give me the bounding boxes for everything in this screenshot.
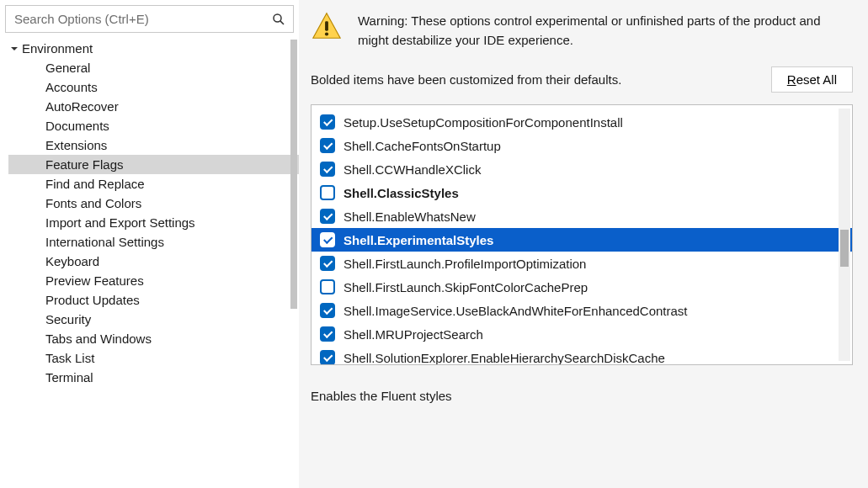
flags-scrollbar[interactable] — [839, 109, 850, 361]
flag-checkbox[interactable] — [320, 162, 335, 177]
flag-checkbox[interactable] — [320, 279, 335, 294]
flag-row[interactable]: Shell.FirstLaunch.SkipFontColorCachePrep — [312, 275, 852, 299]
svg-rect-2 — [325, 21, 328, 30]
tree-item[interactable]: Preview Features — [39, 271, 287, 290]
tree-item[interactable]: Import and Export Settings — [39, 213, 287, 232]
tree-item[interactable]: Feature Flags — [8, 155, 299, 174]
flag-label: Setup.UseSetupCompositionForComponentIns… — [343, 115, 623, 130]
flag-row[interactable]: Setup.UseSetupCompositionForComponentIns… — [312, 110, 852, 134]
tree-item[interactable]: Tabs and Windows — [39, 329, 287, 348]
flag-checkbox[interactable] — [320, 303, 335, 318]
warning-icon — [311, 10, 343, 45]
reset-all-button[interactable]: Reset All — [771, 66, 853, 93]
tree-item[interactable]: Extensions — [39, 135, 287, 155]
flag-checkbox[interactable] — [320, 138, 335, 153]
tree-item[interactable]: Keyboard — [39, 252, 287, 271]
flag-checkbox[interactable] — [320, 185, 335, 200]
chevron-down-icon[interactable] — [8, 43, 20, 55]
search-input[interactable] — [6, 6, 264, 32]
warning-text: Warning: These options control experimen… — [358, 10, 853, 50]
flag-row[interactable]: Shell.MRUProjectSearch — [312, 322, 852, 346]
tree-item[interactable]: General — [39, 58, 287, 77]
tree-item[interactable]: Accounts — [39, 77, 287, 97]
flag-row[interactable]: Shell.EnableWhatsNew — [312, 204, 852, 228]
sidebar-scrollbar[interactable] — [289, 40, 299, 488]
tree-item[interactable]: International Settings — [39, 232, 287, 252]
flag-row[interactable]: Shell.ClassicStyles — [312, 181, 852, 204]
tree-node-environment[interactable]: Environment — [8, 39, 287, 58]
flag-label: Shell.EnableWhatsNew — [343, 210, 476, 224]
tree-item[interactable]: Documents — [39, 116, 287, 135]
flag-checkbox[interactable] — [320, 232, 335, 247]
scrollbar-thumb[interactable] — [290, 40, 297, 309]
tree-item[interactable]: Security — [39, 310, 287, 329]
flag-label: Shell.ImageService.UseBlackAndWhiteForEn… — [343, 304, 688, 318]
flag-label: Shell.SolutionExplorer.EnableHierarchySe… — [343, 351, 665, 365]
flag-label: Shell.FirstLaunch.ProfileImportOptimizat… — [343, 257, 586, 271]
svg-point-3 — [325, 32, 328, 35]
flag-label: Shell.ExperimentalStyles — [343, 233, 493, 247]
tree-item[interactable]: Terminal — [39, 368, 287, 387]
svg-line-1 — [280, 20, 284, 24]
flag-row[interactable]: Shell.SolutionExplorer.EnableHierarchySe… — [312, 346, 852, 365]
options-sidebar: Environment GeneralAccountsAutoRecoverDo… — [0, 0, 299, 488]
scrollbar-thumb[interactable] — [840, 230, 849, 267]
svg-point-0 — [274, 14, 281, 22]
search-box[interactable] — [5, 5, 294, 33]
flag-label: Shell.CCWHandleXClick — [343, 162, 481, 177]
flag-label: Shell.CacheFontsOnStartup — [343, 139, 501, 153]
tree-root-label: Environment — [22, 41, 93, 56]
flag-checkbox[interactable] — [320, 256, 335, 271]
options-page-feature-flags: Warning: These options control experimen… — [299, 0, 868, 488]
flag-label: Shell.MRUProjectSearch — [343, 327, 483, 342]
flag-row[interactable]: Shell.ExperimentalStyles — [312, 228, 852, 252]
feature-flags-list[interactable]: Setup.UseSetupCompositionForComponentIns… — [311, 104, 853, 365]
flag-row[interactable]: Shell.ImageService.UseBlackAndWhiteForEn… — [312, 299, 852, 322]
flag-description: Enables the Fluent styles — [311, 389, 853, 403]
flag-checkbox[interactable] — [320, 326, 335, 342]
tree-item[interactable]: Task List — [39, 348, 287, 368]
flag-row[interactable]: Shell.CCWHandleXClick — [312, 157, 852, 181]
tree-item[interactable]: Find and Replace — [39, 174, 287, 194]
category-tree: Environment GeneralAccountsAutoRecoverDo… — [0, 34, 299, 488]
bolded-info-text: Bolded items have been customized from t… — [311, 72, 621, 87]
flag-row[interactable]: Shell.CacheFontsOnStartup — [312, 134, 852, 157]
flag-checkbox[interactable] — [320, 209, 335, 224]
reset-mnemonic: R — [787, 72, 796, 87]
flag-label: Shell.ClassicStyles — [343, 186, 459, 200]
tree-item[interactable]: Fonts and Colors — [39, 194, 287, 213]
tree-item[interactable]: Product Updates — [39, 290, 287, 310]
reset-rest: eset All — [796, 72, 837, 87]
flag-checkbox[interactable] — [320, 114, 335, 130]
search-icon[interactable] — [264, 12, 293, 27]
flag-label: Shell.FirstLaunch.SkipFontColorCachePrep — [343, 280, 588, 294]
flag-row[interactable]: Shell.FirstLaunch.ProfileImportOptimizat… — [312, 252, 852, 275]
warning-banner: Warning: These options control experimen… — [311, 10, 853, 50]
tree-item[interactable]: AutoRecover — [39, 97, 287, 116]
flag-checkbox[interactable] — [320, 350, 335, 365]
